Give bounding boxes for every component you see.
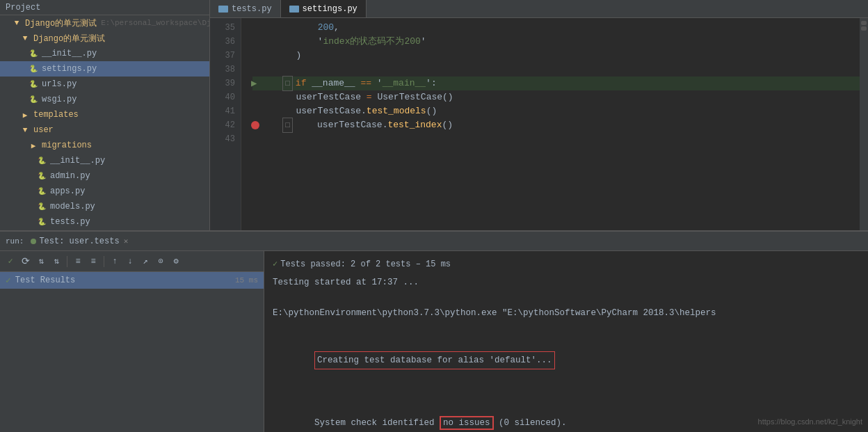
test-status-dot bbox=[31, 239, 36, 244]
folder-templates-icon: ▶ bbox=[19, 109, 31, 120]
sidebar-item-migrations[interactable]: ▶ migrations bbox=[0, 138, 209, 153]
init-label: __init__.py bbox=[42, 49, 97, 58]
editor-scrollbar[interactable] bbox=[860, 18, 868, 230]
line-numbers: 35 36 37 38 39 40 41 42 43 bbox=[210, 18, 241, 230]
code-line-37: ) bbox=[252, 49, 860, 63]
output-line-2: E:\pythonEnvironment\python3.7.3\python.… bbox=[273, 305, 860, 321]
code-line-43 bbox=[252, 132, 860, 146]
sidebar-item-models[interactable]: 🐍 models.py bbox=[0, 199, 209, 214]
tests-label: tests.py bbox=[50, 217, 90, 227]
py-admin-icon: 🐍 bbox=[36, 170, 47, 182]
run-output: ✓ Tests passed: 2 of 2 tests – 15 ms Tes… bbox=[264, 251, 868, 432]
sidebar: Project ▼ Django的单元测试 E:\personal_worksp… bbox=[0, 0, 210, 230]
status-check: ✓ bbox=[273, 257, 278, 272]
sidebar-item-django-root[interactable]: ▼ Django的单元测试 E:\personal_workspace\Djan… bbox=[0, 15, 209, 31]
sidebar-item-user-init[interactable]: 🐍 __init__.py bbox=[0, 153, 209, 168]
run-results: ✓ Test Results 15 ms bbox=[0, 272, 264, 432]
up-btn[interactable]: ↑ bbox=[108, 255, 121, 268]
no-issues-box: no issues bbox=[440, 416, 494, 430]
apps-label: apps.py bbox=[50, 186, 85, 196]
sidebar-item-label: Django的单元测试 bbox=[25, 17, 97, 29]
sidebar-item-wsgi[interactable]: 🐍 wsgi.py bbox=[0, 92, 209, 107]
sidebar-item-templates[interactable]: ▶ templates bbox=[0, 107, 209, 122]
sort-desc-btn[interactable]: ⇅ bbox=[50, 255, 63, 268]
output-line-1: Testing started at 17:37 ... bbox=[273, 275, 860, 290]
creating-db-box: Creating test database for alias 'defaul… bbox=[314, 351, 555, 369]
folder-open-icon: ▼ bbox=[11, 17, 22, 29]
bottom-panel: run: Test: user.tests ✕ ✓ ⟳ ⇅ ⇅ ≡ ≡ ↑ ↓ … bbox=[0, 230, 868, 432]
output-status: ✓ Tests passed: 2 of 2 tests – 15 ms bbox=[273, 257, 860, 272]
tab-settings[interactable]: settings.py bbox=[281, 0, 367, 17]
scrollbar-thumb-bottom[interactable] bbox=[861, 26, 867, 31]
settings-btn[interactable]: ⚙ bbox=[170, 255, 182, 268]
user-init-label: __init__.py bbox=[50, 156, 105, 166]
project-label: Project bbox=[6, 3, 40, 13]
py-models-icon: 🐍 bbox=[36, 201, 47, 212]
tab-settings-icon bbox=[289, 6, 299, 13]
templates-label: templates bbox=[33, 110, 79, 120]
settings-label: settings.py bbox=[42, 64, 97, 74]
py-tests-icon: 🐍 bbox=[36, 216, 47, 227]
close-tab-btn[interactable]: ✕ bbox=[124, 237, 129, 246]
code-line-42: □ userTestCase.test_index() bbox=[252, 118, 860, 132]
editor-content: 35 36 37 38 39 40 41 42 43 200, bbox=[210, 18, 868, 230]
toolbar-sep2 bbox=[104, 256, 104, 267]
sidebar-item-urls[interactable]: 🐍 urls.py bbox=[0, 77, 209, 92]
tab-tests-label: tests.py bbox=[232, 4, 272, 14]
sidebar-item-tests[interactable]: 🐍 tests.py bbox=[0, 214, 209, 230]
code-line-39: ▶ □ if __name__ == '__main__': bbox=[252, 77, 860, 90]
export-btn[interactable]: ↗ bbox=[139, 255, 152, 268]
sidebar-item-init[interactable]: 🐍 __init__.py bbox=[0, 46, 209, 61]
code-line-36: 'index的状态码不为200' bbox=[252, 35, 860, 49]
status-text: Tests passed: 2 of 2 tests – 15 ms bbox=[280, 257, 451, 272]
py-wsgi-icon: 🐍 bbox=[28, 94, 39, 105]
urls-label: urls.py bbox=[42, 79, 77, 89]
scrollbar-thumb-top[interactable] bbox=[861, 21, 867, 25]
sidebar-item-django-sub[interactable]: ▼ Django的单元测试 bbox=[0, 31, 209, 46]
sys-check-text1: System check identified bbox=[314, 418, 440, 428]
bottom-tab-label: Test: user.tests bbox=[39, 237, 119, 246]
code-line-41: userTestCase.test_models() bbox=[252, 104, 860, 118]
result-item-tests[interactable]: ✓ Test Results 15 ms bbox=[0, 272, 264, 289]
toolbar-sep1 bbox=[67, 256, 67, 267]
user-label: user bbox=[33, 125, 54, 135]
down-btn[interactable]: ↓ bbox=[124, 255, 136, 268]
run-label-text: run: bbox=[6, 237, 24, 246]
run-panel: ✓ ⟳ ⇅ ⇅ ≡ ≡ ↑ ↓ ↗ ⊙ ⚙ ✓ Test Results 15 … bbox=[0, 251, 868, 432]
tab-settings-label: settings.py bbox=[303, 4, 357, 14]
py-icon: 🐍 bbox=[28, 48, 39, 59]
admin-label: admin.py bbox=[50, 171, 90, 181]
sidebar-item-settings[interactable]: 🐍 settings.py bbox=[0, 61, 209, 77]
search-btn[interactable]: ⊙ bbox=[154, 255, 167, 268]
tab-tests[interactable]: tests.py bbox=[210, 0, 281, 17]
path-hint: E:\personal_workspace\DjangoB... bbox=[101, 19, 210, 27]
sort-asc-btn[interactable]: ⇅ bbox=[35, 255, 47, 268]
editor-tabs: tests.py settings.py bbox=[210, 0, 868, 18]
list-btn[interactable]: ≡ bbox=[72, 255, 84, 268]
sidebar-subfolder-label: Django的单元测试 bbox=[33, 33, 105, 45]
run-label-area: run: bbox=[6, 237, 24, 246]
sidebar-item-user[interactable]: ▼ user bbox=[0, 122, 209, 138]
sidebar-item-admin[interactable]: 🐍 admin.py bbox=[0, 168, 209, 184]
folder-open-icon2: ▼ bbox=[19, 33, 31, 44]
py-apps-icon: 🐍 bbox=[36, 186, 47, 197]
output-line-blank1 bbox=[273, 290, 860, 305]
code-area[interactable]: 200, 'index的状态码不为200' ) ▶ bbox=[241, 18, 860, 230]
filter-btn[interactable]: ≡ bbox=[87, 255, 99, 268]
bottom-tab-test[interactable]: Test: user.tests ✕ bbox=[24, 232, 135, 250]
run-left: ✓ ⟳ ⇅ ⇅ ≡ ≡ ↑ ↓ ↗ ⊙ ⚙ ✓ Test Results 15 … bbox=[0, 251, 264, 432]
folder-user-icon: ▼ bbox=[19, 125, 31, 136]
migrations-label: migrations bbox=[42, 141, 92, 150]
result-label: Test Results bbox=[15, 275, 75, 285]
folder-migrations-icon: ▶ bbox=[28, 140, 39, 151]
sidebar-item-apps[interactable]: 🐍 apps.py bbox=[0, 184, 209, 199]
run-toolbar: ✓ ⟳ ⇅ ⇅ ≡ ≡ ↑ ↓ ↗ ⊙ ⚙ bbox=[0, 251, 264, 272]
code-line-35: 200, bbox=[252, 21, 860, 35]
output-line-creating: Creating test database for alias 'defaul… bbox=[273, 336, 860, 385]
wsgi-label: wsgi.py bbox=[42, 95, 77, 104]
output-line-blank3 bbox=[273, 385, 860, 400]
bottom-tabs: run: Test: user.tests ✕ bbox=[0, 232, 868, 251]
rerun-btn[interactable]: ⟳ bbox=[19, 255, 32, 268]
check-btn[interactable]: ✓ bbox=[4, 255, 17, 268]
code-line-38 bbox=[252, 63, 860, 77]
